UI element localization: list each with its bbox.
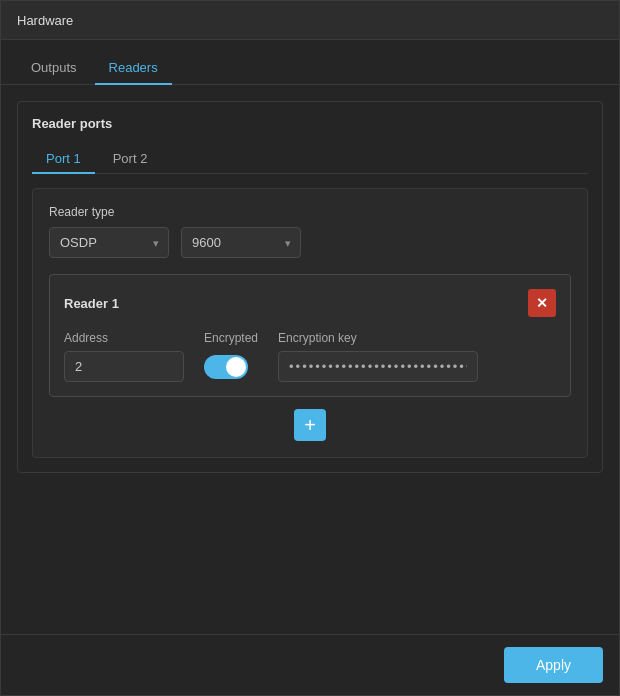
port-tabs: Port 1 Port 2 [32,145,588,174]
port-content: Reader type OSDP Wiegand Clock & Data 96… [32,188,588,458]
baud-rate-dropdown-wrapper: 9600 19200 38400 57600 115200 [181,227,301,258]
reader-fields-row: Address Encrypted Encryption key [64,331,556,382]
encrypted-toggle-group: Encrypted [204,331,258,379]
reader-card: Reader 1 ✕ Address Encrypted [49,274,571,397]
hardware-window: Hardware Outputs Readers Reader ports Po… [0,0,620,696]
address-label: Address [64,331,184,345]
tab-port1[interactable]: Port 1 [32,145,95,174]
reader-close-button[interactable]: ✕ [528,289,556,317]
address-field-group: Address [64,331,184,382]
tab-outputs[interactable]: Outputs [17,52,91,85]
content-area: Reader ports Port 1 Port 2 Reader type O… [1,85,619,634]
reader-type-label: Reader type [49,205,571,219]
encryption-key-label: Encryption key [278,331,478,345]
main-tabs: Outputs Readers [1,40,619,85]
encrypted-label: Encrypted [204,331,258,345]
tab-port2[interactable]: Port 2 [99,145,162,174]
add-button-row: + [49,409,571,441]
tab-readers[interactable]: Readers [95,52,172,85]
reader-type-dropdown[interactable]: OSDP Wiegand Clock & Data [49,227,169,258]
window-title: Hardware [17,13,73,28]
reader-card-title: Reader 1 [64,296,119,311]
reader-type-dropdown-wrapper: OSDP Wiegand Clock & Data [49,227,169,258]
reader-card-header: Reader 1 ✕ [64,289,556,317]
baud-rate-dropdown[interactable]: 9600 19200 38400 57600 115200 [181,227,301,258]
dropdowns-row: OSDP Wiegand Clock & Data 9600 19200 384… [49,227,571,258]
add-reader-button[interactable]: + [294,409,326,441]
apply-button[interactable]: Apply [504,647,603,683]
encryption-key-input[interactable] [278,351,478,382]
toggle-knob [226,357,246,377]
title-bar: Hardware [1,1,619,40]
reader-ports-section: Reader ports Port 1 Port 2 Reader type O… [17,101,603,473]
footer: Apply [1,634,619,695]
section-title: Reader ports [32,116,588,131]
encryption-key-field-group: Encryption key [278,331,478,382]
encrypted-toggle[interactable] [204,355,248,379]
address-input[interactable] [64,351,184,382]
